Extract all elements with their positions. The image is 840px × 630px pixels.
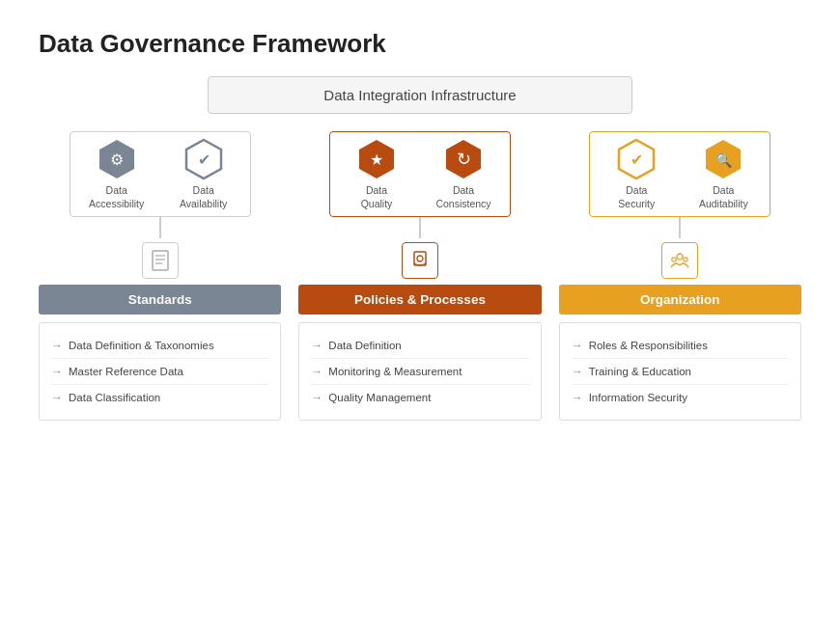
svg-point-18 <box>677 254 683 260</box>
svg-rect-4 <box>153 251 168 270</box>
icon-accessibility: ⚙ DataAccessibility <box>78 138 155 210</box>
list-item: → Monitoring & Measurement <box>311 359 528 385</box>
col-policies: ★ DataQuality ↻ DataConsistency <box>298 131 541 421</box>
list-item: → Data Definition & Taxonomies <box>51 333 268 359</box>
svg-point-19 <box>672 258 676 261</box>
icon-availability: ✔ DataAvailability <box>165 138 242 210</box>
svg-text:★: ★ <box>370 151 383 168</box>
icon-auditability: 🔍 DataAuditability <box>685 138 762 210</box>
icon-group-organization: ✔ DataSecurity 🔍 DataAuditability <box>589 131 770 217</box>
items-organization: → Roles & Responsibilities → Training & … <box>559 322 801 421</box>
category-standards: Standards <box>39 285 281 315</box>
list-item: → Data Classification <box>51 385 268 410</box>
svg-point-13 <box>417 256 423 261</box>
arrow-icon: → <box>51 391 63 404</box>
list-item: → Roles & Responsibilities <box>572 333 789 359</box>
arrow-icon: → <box>51 365 63 378</box>
category-organization: Organization <box>559 285 801 315</box>
icon-quality: ★ DataQuality <box>338 138 415 210</box>
arrow-icon: → <box>572 365 583 378</box>
page-title: Data Governance Framework <box>39 29 801 59</box>
arrow-icon: → <box>311 391 322 404</box>
mid-icon-organization <box>661 242 698 279</box>
icon-group-policies: ★ DataQuality ↻ DataConsistency <box>329 131 511 217</box>
category-policies: Policies & Processes <box>298 285 541 315</box>
col-organization: ✔ DataSecurity 🔍 DataAuditability <box>559 131 801 421</box>
icon-group-standards: ⚙ DataAccessibility ✔ DataAvailability <box>70 131 251 217</box>
icon-security: ✔ DataSecurity <box>598 138 675 210</box>
svg-point-20 <box>684 258 687 261</box>
items-policies: → Data Definition → Monitoring & Measure… <box>298 322 541 421</box>
col-standards: ⚙ DataAccessibility ✔ DataAvailability <box>39 131 281 421</box>
mid-icon-standards <box>142 242 179 279</box>
list-item: → Information Security <box>572 385 789 410</box>
items-standards: → Data Definition & Taxonomies → Master … <box>39 322 281 421</box>
connector-policies <box>419 217 421 238</box>
list-item: → Data Definition <box>311 333 528 359</box>
arrow-icon: → <box>572 391 583 404</box>
icon-consistency: ↻ DataConsistency <box>425 138 502 210</box>
svg-text:✔: ✔ <box>630 151 643 168</box>
svg-text:↻: ↻ <box>456 150 470 169</box>
svg-text:✔: ✔ <box>197 151 210 168</box>
svg-rect-12 <box>414 252 426 265</box>
connector-standards <box>159 217 161 238</box>
columns-container: ⚙ DataAccessibility ✔ DataAvailability <box>39 131 801 421</box>
banner: Data Integration Infrastructure <box>208 76 632 114</box>
mid-icon-policies <box>402 242 438 279</box>
arrow-icon: → <box>572 339 583 352</box>
connector-organization <box>679 217 681 238</box>
arrow-icon: → <box>51 339 63 352</box>
svg-text:⚙: ⚙ <box>110 151 124 168</box>
svg-text:🔍: 🔍 <box>715 152 733 169</box>
list-item: → Training & Education <box>572 359 789 385</box>
list-item: → Quality Management <box>311 385 528 410</box>
arrow-icon: → <box>311 339 322 352</box>
arrow-icon: → <box>311 365 322 378</box>
list-item: → Master Reference Data <box>51 359 268 385</box>
